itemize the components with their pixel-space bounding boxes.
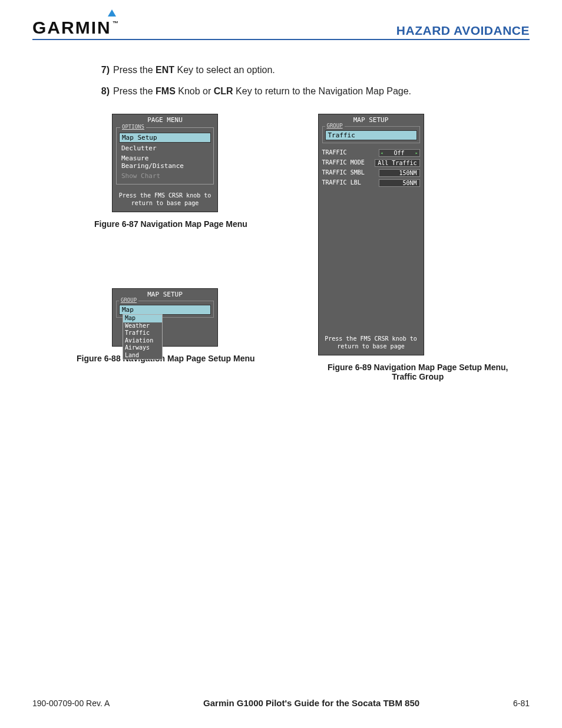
step-body: Press the FMS Knob or CLR Key to return … [113,85,518,98]
options-legend: OPTIONS [120,124,146,130]
row-label: TRAFFIC MODE [322,159,365,167]
section-title: HAZARD AVOIDANCE [396,24,530,39]
group-field[interactable]: Traffic [325,130,417,140]
row-value[interactable]: 150NM [379,169,420,177]
row-label: TRAFFIC SMBL [322,169,365,177]
map-setup-panel: MAP SETUP GROUP Map Map Weather Traffic … [112,288,218,347]
row-value[interactable]: All Traffic [375,159,419,167]
menu-item-map-setup[interactable]: Map Setup [119,133,211,143]
menu-item-declutter[interactable]: Declutter [119,144,211,153]
step-num: 8) [94,85,110,98]
figure-6-88: MAP SETUP GROUP Map Map Weather Traffic … [94,288,295,363]
row-label: TRAFFIC [322,149,347,157]
row-traffic: TRAFFIC Off [322,148,420,158]
group-legend: GROUP [119,297,138,303]
map-setup-traffic-panel: MAP SETUP GROUP Traffic TRAFFIC Off TRAF… [318,114,424,355]
row-value[interactable]: 50NM [379,179,420,187]
dd-item-land[interactable]: Land [123,352,162,360]
menu-item-measure[interactable]: Measure Bearing/Distance [119,154,211,170]
row-traffic-mode: TRAFFIC MODE All Traffic [322,158,420,168]
hint-text: Press the FMS CRSR knob to return to bas… [319,331,424,355]
doc-number: 190-00709-00 Rev. A [32,699,110,708]
row-label: TRAFFIC LBL [322,179,361,187]
step-body: Press the ENT Key to select an option. [113,64,518,77]
figure-caption: Figure 6-89 Navigation Map Page Setup Me… [318,363,518,381]
hint-text: Press the FMS CRSR knob to return to bas… [113,188,217,212]
step-num: 7) [94,64,110,77]
page-header: GARMIN ™ HAZARD AVOIDANCE [32,18,530,40]
row-traffic-smbl: TRAFFIC SMBL 150NM [322,168,420,178]
page-menu-panel: PAGE MENU OPTIONS Map Setup Declutter Me… [112,114,218,212]
step-8: 8) Press the FMS Knob or CLR Key to retu… [94,85,518,98]
logo-triangle-icon [108,9,116,17]
row-traffic-lbl: TRAFFIC LBL 50NM [322,178,420,188]
group-dropdown-list: Map Weather Traffic Aviation Airways Lan… [123,314,163,360]
trademark-icon: ™ [113,20,118,27]
figure-caption: Figure 6-88 Navigation Map Page Setup Me… [77,354,295,363]
menu-item-show-chart: Show Chart [119,172,211,180]
page-number: 6-81 [513,699,530,708]
dd-item-airways[interactable]: Airways [123,344,162,352]
dd-item-map[interactable]: Map [123,315,162,322]
figure-6-89: MAP SETUP GROUP Traffic TRAFFIC Off TRAF… [318,114,518,381]
row-value-selector[interactable]: Off [379,149,420,157]
page-footer: 190-00709-00 Rev. A Garmin G1000 Pilot's… [32,698,530,708]
figure-6-87: PAGE MENU OPTIONS Map Setup Declutter Me… [94,114,295,229]
group-field[interactable]: Map [119,305,211,315]
garmin-logo: GARMIN ™ [32,18,118,39]
dd-item-weather[interactable]: Weather [123,322,162,330]
group-legend: GROUP [325,123,345,129]
group-box: GROUP Traffic [322,126,420,143]
doc-title: Garmin G1000 Pilot's Guide for the Socat… [203,698,419,708]
dd-item-aviation[interactable]: Aviation [123,337,162,345]
brand-text: GARMIN [32,18,111,38]
figure-caption: Figure 6-87 Navigation Map Page Menu [94,219,295,229]
step-7: 7) Press the ENT Key to select an option… [94,64,518,77]
dd-item-traffic[interactable]: Traffic [123,330,162,337]
group-box: GROUP Map Map Weather Traffic Aviation A… [116,301,214,318]
